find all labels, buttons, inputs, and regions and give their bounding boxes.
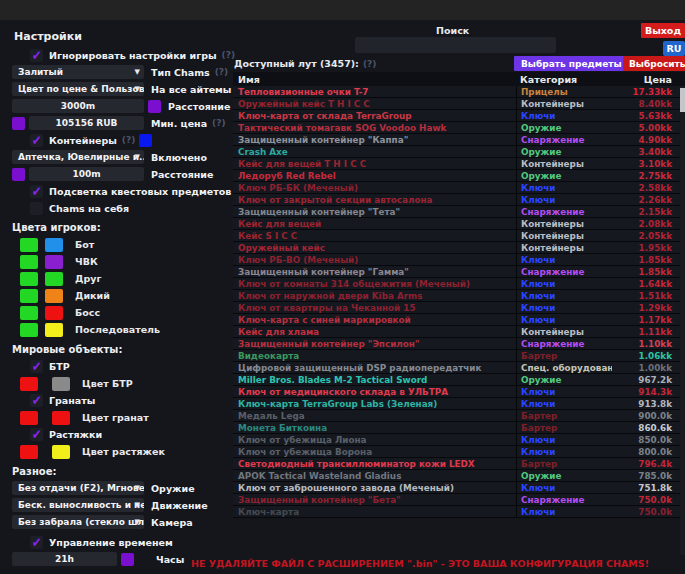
quest-highlight-checkbox[interactable]: ✓ [30, 185, 43, 198]
time-input[interactable]: 21h [12, 552, 117, 566]
exit-button[interactable]: Выход [641, 23, 685, 38]
column-header-name[interactable]: Имя [233, 74, 516, 85]
help-icon[interactable]: (?) [122, 135, 135, 145]
color-swatch[interactable] [52, 411, 70, 425]
loot-table-row[interactable]: Тепловизионные очки T-7 Прицелы 17.33kk [233, 86, 685, 98]
distance-input[interactable]: 3000m [12, 99, 144, 113]
loot-table-row[interactable]: Ключ-карта от склада TerraGroup Ключи 5.… [233, 110, 685, 122]
loot-table-row[interactable]: Тактический томагавк SOG Voodoo Hawk Ору… [233, 122, 685, 134]
loot-table-row[interactable]: Ключ от закрытой секции автосалона Ключи… [233, 194, 685, 206]
loot-table-row[interactable]: Ключ от убежища Ворона Ключи 800.0k [233, 446, 685, 458]
world-object-checkbox[interactable]: ✓ [30, 428, 43, 441]
column-header-price[interactable]: Цена [612, 74, 672, 85]
color-swatch[interactable] [52, 445, 70, 459]
containers-checkbox[interactable]: ✓ [30, 134, 43, 147]
drop-all-button[interactable]: Выбросить все [623, 56, 685, 71]
loot-table-row[interactable]: Видеокарта Бартер 1.06kk [233, 350, 685, 362]
loot-table-row[interactable]: Защищенный контейнер "Тета" Снаряжение 2… [233, 206, 685, 218]
loot-table-row[interactable]: Ключ от комнаты 314 общежития (Меченый) … [233, 278, 685, 290]
world-object-checkbox[interactable]: ✓ [30, 394, 43, 407]
loot-table-row[interactable]: Защищенный контейнер "Каппа" Снаряжение … [233, 134, 685, 146]
visible-color-swatch[interactable] [20, 255, 38, 269]
chams-type-dropdown[interactable]: Залитый ▼ [12, 65, 144, 79]
item-price: 750.0k [612, 495, 672, 505]
color-swatch[interactable] [20, 411, 38, 425]
loot-table-row[interactable]: Цифровой защищенный DSP радиопередатчик … [233, 362, 685, 374]
loot-table-row[interactable]: Ключ-карта TerraGroup Labs (Зеленая) Клю… [233, 398, 685, 410]
item-name: Ключ от наружной двери Kiba Arms [233, 291, 516, 301]
containers-color-swatch[interactable] [139, 134, 152, 147]
loot-table-row[interactable]: Кейс S I C C Контейнеры 2.05kk [233, 230, 685, 242]
all-items-dropdown[interactable]: Цвет по цене & Пользователь ▼ [12, 82, 144, 96]
loot-table-row[interactable]: Ключ от убежища Лиона Ключи 850.0k [233, 434, 685, 446]
help-icon[interactable]: (?) [363, 59, 376, 69]
loot-table-row[interactable]: Защищенный контейнер "Гамма" Снаряжение … [233, 266, 685, 278]
visible-color-swatch[interactable] [20, 289, 38, 303]
loot-table-row[interactable]: Miller Bros. Blades M-2 Tactical Sword О… [233, 374, 685, 386]
item-name: Кейс S I C C [233, 231, 516, 241]
table-scrollbar[interactable] [680, 86, 685, 555]
containers-distance-input[interactable]: 100m [29, 167, 144, 181]
item-category: Бартер [516, 350, 612, 361]
loot-table-row[interactable]: Защищенный контейнер "Бета" Снаряжение 7… [233, 494, 685, 506]
hidden-color-swatch[interactable] [45, 306, 63, 320]
chams-type-label: Тип Chams [151, 67, 210, 78]
hidden-color-swatch[interactable] [45, 272, 63, 286]
hidden-color-swatch[interactable] [45, 238, 63, 252]
min-price-color-swatch[interactable] [12, 117, 25, 130]
chams-self-checkbox[interactable]: ✓ [30, 202, 43, 215]
distance-color-swatch[interactable] [148, 100, 161, 113]
misc-dropdown[interactable]: Без отдачи (F2), Мгновенное п ▼ [12, 481, 144, 495]
visible-color-swatch[interactable] [20, 323, 38, 337]
loot-table-row[interactable]: Ледоруб Red Rebel Оружие 2.75kk [233, 170, 685, 182]
loot-table-row[interactable]: Crash Axe Оружие 3.40kk [233, 146, 685, 158]
world-object-checkbox[interactable]: ✓ [30, 360, 43, 373]
time-control-checkbox[interactable]: ✓ [30, 536, 43, 549]
loot-table-row[interactable]: Ключ от медицинского склада в УЛЬТРА Клю… [233, 386, 685, 398]
loot-table-row[interactable]: APOK Tactical Wasteland Gladius Оружие 7… [233, 470, 685, 482]
loot-table-row[interactable]: Монета Биткоина Бартер 860.6k [233, 422, 685, 434]
help-icon[interactable]: (?) [222, 50, 235, 60]
hidden-color-swatch[interactable] [45, 255, 63, 269]
loot-table-row[interactable]: Кейс для вещей T H I C C Контейнеры 3.10… [233, 158, 685, 170]
visible-color-swatch[interactable] [20, 238, 38, 252]
visible-color-swatch[interactable] [20, 272, 38, 286]
loot-table-row[interactable]: Ключ-карта Ключи 750.0k [233, 506, 685, 518]
visible-color-swatch[interactable] [20, 306, 38, 320]
time-color-swatch[interactable] [121, 553, 134, 566]
loot-table-row[interactable]: Оружейный кейс Контейнеры 1.95kk [233, 242, 685, 254]
hidden-color-swatch[interactable] [45, 323, 63, 337]
item-price: 17.33kk [612, 87, 672, 97]
item-price: 1.51kk [612, 291, 672, 301]
color-swatch[interactable] [52, 377, 70, 391]
loot-table-row[interactable]: Ключ РБ-ВО (Меченый) Ключи 1.85kk [233, 254, 685, 266]
ignore-game-settings-checkbox[interactable]: ✓ [30, 49, 43, 62]
search-input[interactable] [355, 37, 556, 53]
loot-table-row[interactable]: Кейс для вещей Контейнеры 2.08kk [233, 218, 685, 230]
loot-table-row[interactable]: Оружейный кейс T H I C C Контейнеры 8.40… [233, 98, 685, 110]
containers-filter-dropdown[interactable]: Аптечка, Ювелирные и... ▼ [12, 150, 144, 164]
world-object-toggle-row: ✓ Растяжки [12, 426, 232, 442]
hidden-color-swatch[interactable] [45, 289, 63, 303]
misc-dropdown[interactable]: Беск. выносливость и нет уста ▼ [12, 498, 144, 512]
min-price-input[interactable]: 105156 RUB [29, 116, 144, 130]
loot-table-row[interactable]: Защищенный контейнер "Эпсилон" Снаряжени… [233, 338, 685, 350]
help-icon[interactable]: (?) [212, 118, 225, 128]
containers-distance-color-swatch[interactable] [12, 168, 25, 181]
loot-table-row[interactable]: Ключ РБ-БК (Меченый) Ключи 2.58kk [233, 182, 685, 194]
scrollbar-thumb[interactable] [680, 88, 685, 112]
help-icon[interactable]: (?) [215, 67, 228, 77]
column-header-category[interactable]: Категория [516, 74, 612, 85]
loot-table-row[interactable]: Ключ от заброшенного завода (Меченый) Кл… [233, 482, 685, 494]
loot-table-row[interactable]: Кейс для хлама Контейнеры 1.11kk [233, 326, 685, 338]
loot-table-row[interactable]: Медаль Lega Бартер 900.0k [233, 410, 685, 422]
color-swatch[interactable] [20, 377, 38, 391]
misc-dropdown[interactable]: Без забрала (стекло шлема) ▼ [12, 515, 144, 529]
loot-table-row[interactable]: Ключ от квартиры на Чеканной 15 Ключи 1.… [233, 302, 685, 314]
loot-table-row[interactable]: Ключ-карта с синей маркировкой Ключи 1.1… [233, 314, 685, 326]
loot-table-row[interactable]: Ключ от наружной двери Kiba Arms Ключи 1… [233, 290, 685, 302]
language-button[interactable]: RU [663, 41, 685, 56]
color-swatch[interactable] [20, 445, 38, 459]
loot-table-row[interactable]: Светодиодный трансиллюминатор кожи LEDX … [233, 458, 685, 470]
player-colors-title: Цвета игроков: [12, 222, 232, 233]
